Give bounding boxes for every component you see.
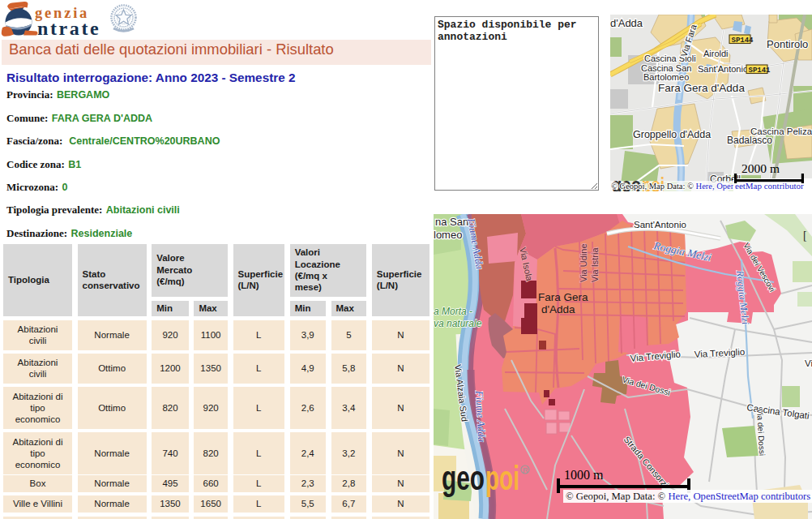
svg-text:Pontirolo: Pontirolo — [767, 38, 808, 50]
svg-text:Airoldi: Airoldi — [703, 49, 729, 58]
svg-text:d'Adda: d'Adda — [610, 17, 643, 29]
svg-text:Bartolomeo: Bartolomeo — [643, 72, 689, 82]
svg-text:Cascina Peliza: Cascina Peliza — [750, 127, 812, 136]
svg-text:Fara Gera: Fara Gera — [538, 291, 588, 303]
svg-text:Fara Gera d'Adda: Fara Gera d'Adda — [658, 82, 745, 94]
svg-text:© Geopoi, Map Data: © Here, Op: © Geopoi, Map Data: © Here, OpenS — [611, 182, 740, 191]
svg-text:SP144: SP144 — [732, 36, 754, 45]
svg-text:R: R — [523, 466, 528, 474]
svg-text:Sant'Antonio: Sant'Antonio — [698, 64, 748, 74]
svg-text:na San: na San — [435, 216, 468, 228]
svg-text:[: [ — [803, 229, 807, 242]
svg-text:poi: poi — [485, 459, 519, 497]
svg-text:a Morta -: a Morta - — [434, 306, 472, 317]
svg-text:Groppello d'Adda: Groppello d'Adda — [633, 129, 711, 140]
svg-text:eetMap contributor: eetMap contributor — [735, 181, 804, 191]
svg-text:Sant'Antonio: Sant'Antonio — [634, 220, 686, 229]
svg-text:Via Istria: Via Istria — [590, 247, 600, 282]
svg-text:va naturale: va naturale — [434, 318, 482, 329]
svg-text:Vi: Vi — [805, 358, 812, 368]
svg-text:Badalasco: Badalasco — [727, 135, 772, 146]
svg-text:lomeo: lomeo — [434, 229, 462, 241]
svg-text:ntrate: ntrate — [37, 18, 100, 39]
svg-text:Via Udine: Via Udine — [579, 244, 588, 283]
svg-text:geo: geo — [442, 459, 485, 497]
svg-text:© Geopoi, Map Data: © Here, Op: © Geopoi, Map Data: © Here, OpenStreetMa… — [566, 491, 810, 502]
svg-text:SP141: SP141 — [749, 66, 771, 75]
svg-text:1000 m: 1000 m — [564, 468, 604, 482]
svg-text:d'Adda: d'Adda — [541, 303, 575, 315]
svg-text:2000 m: 2000 m — [741, 161, 780, 175]
